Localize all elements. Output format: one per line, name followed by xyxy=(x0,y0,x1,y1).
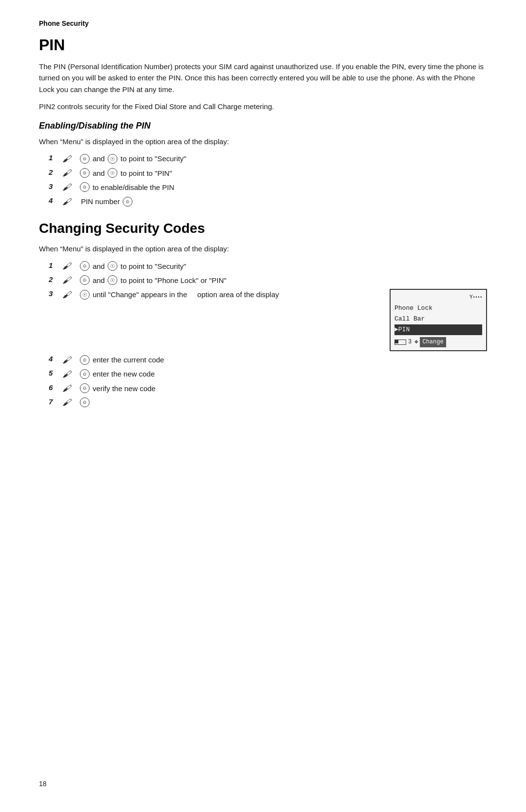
hand-icon: 🖌 xyxy=(62,196,78,207)
enabling-title: Enabling/Disabling the PIN xyxy=(39,121,487,131)
phone-screen-change-label: Change xyxy=(420,337,446,347)
enabling-step-4: 4 🖌 PIN number ⊙ xyxy=(49,196,487,207)
circle-button-icon: ⊙ xyxy=(80,261,90,271)
svg-text:🖌: 🖌 xyxy=(62,356,72,365)
hand-icon: 🖌 xyxy=(62,261,78,271)
hand-icon: 🖌 xyxy=(62,168,78,178)
pin-body2: PIN2 controls security for the Fixed Dia… xyxy=(39,101,487,112)
circle-button-icon: ⊙ xyxy=(80,397,90,407)
changing-title: Changing Security Codes xyxy=(39,221,487,236)
phone-screen-bottom: 3 ✥ Change xyxy=(394,337,482,347)
svg-text:🖌: 🖌 xyxy=(62,370,72,379)
enabling-step-1: 1 🖌 ⊙ and ☉ to point to "Security" xyxy=(49,153,487,164)
hand-icon: 🖌 xyxy=(62,383,78,394)
pin-title: PIN xyxy=(39,36,487,54)
changing-step-6: 6 🖌 ⊙ verify the new code xyxy=(49,383,487,394)
phone-screen: Y•••• Phone Lock Call Bar ►PIN 3 ✥ Chang… xyxy=(390,289,487,351)
circle-button-icon: ⊙ xyxy=(80,154,90,164)
svg-text:🖌: 🖌 xyxy=(62,197,72,207)
enabling-step-2: 2 🖌 ⊙ and ☉ to point to "PIN" xyxy=(49,168,487,179)
hand-icon: 🖌 xyxy=(62,355,78,365)
svg-text:🖌: 🖌 xyxy=(62,290,72,300)
changing-step-1: 1 🖌 ⊙ and ☉ to point to "Security" xyxy=(49,261,487,272)
svg-text:🖌: 🖌 xyxy=(62,169,72,178)
phone-screen-line-2: Call Bar xyxy=(394,314,482,324)
changing-step-2: 2 🖌 ⊙ and ☉ to point to "Phone Lock" or … xyxy=(49,275,487,286)
svg-text:🖌: 🖌 xyxy=(62,154,72,164)
page-number: 18 xyxy=(39,780,47,788)
enabling-intro: When “Menu” is displayed in the option a… xyxy=(39,136,487,147)
circle-button-icon: ⊙ xyxy=(80,369,90,379)
hand-icon: 🖌 xyxy=(62,275,78,285)
circle-button-icon: ⊙ xyxy=(80,168,90,178)
hand-icon: 🖌 xyxy=(62,369,78,379)
circle-button-icon: ⊙ xyxy=(80,383,90,393)
hand-icon: 🖌 xyxy=(62,153,78,164)
changing-step-4: 4 🖌 ⊙ enter the current code xyxy=(49,354,487,365)
phone-screen-arrows: ✥ xyxy=(414,338,418,347)
phone-screen-line-3: ►PIN xyxy=(394,324,482,335)
circle-button-icon: ⊙ xyxy=(80,355,90,365)
circle-button-icon: ⊙ xyxy=(80,182,90,192)
dot-circle-icon: ☉ xyxy=(108,261,117,271)
changing-intro: When “Menu” is displayed in the option a… xyxy=(39,243,487,254)
changing-steps: 1 🖌 ⊙ and ☉ to point to "Security" 2 🖌 ⊙… xyxy=(49,261,487,411)
svg-text:🖌: 🖌 xyxy=(62,398,72,407)
svg-text:🖌: 🖌 xyxy=(62,276,72,285)
svg-text:🖌: 🖌 xyxy=(62,262,72,271)
phone-screen-line-1: Phone Lock xyxy=(394,303,482,314)
changing-step-5: 5 🖌 ⊙ enter the new code xyxy=(49,368,487,379)
circle-button-icon: ⊙ xyxy=(80,275,90,285)
changing-step-7: 7 🖌 ⊙ xyxy=(49,397,487,408)
phone-signal: Y•••• xyxy=(394,293,482,301)
dot-circle-icon: ☉ xyxy=(108,168,117,178)
svg-text:🖌: 🖌 xyxy=(62,384,72,393)
changing-step-3: 3 🖌 ☉ until "Change" appears in the opti… xyxy=(49,289,487,351)
page-header: Phone Security xyxy=(39,19,487,27)
dot-circle-icon: ☉ xyxy=(80,290,90,300)
circle-button-icon: ⊙ xyxy=(123,197,132,207)
svg-text:🖌: 🖌 xyxy=(62,183,72,192)
dot-circle-icon: ☉ xyxy=(108,154,117,164)
enabling-step-3: 3 🖌 ⊙ to enable/disable the PIN xyxy=(49,182,487,193)
battery-icon xyxy=(394,340,406,345)
pin-body1: The PIN (Personal Identification Number)… xyxy=(39,61,487,95)
hand-icon: 🖌 xyxy=(62,397,78,408)
hand-icon: 🖌 xyxy=(62,182,78,192)
hand-icon: 🖌 xyxy=(62,289,78,300)
enabling-steps: 1 🖌 ⊙ and ☉ to point to "Security" 2 🖌 ⊙… xyxy=(49,153,487,207)
phone-screen-number: 3 xyxy=(408,338,412,347)
dot-circle-icon: ☉ xyxy=(108,275,117,285)
